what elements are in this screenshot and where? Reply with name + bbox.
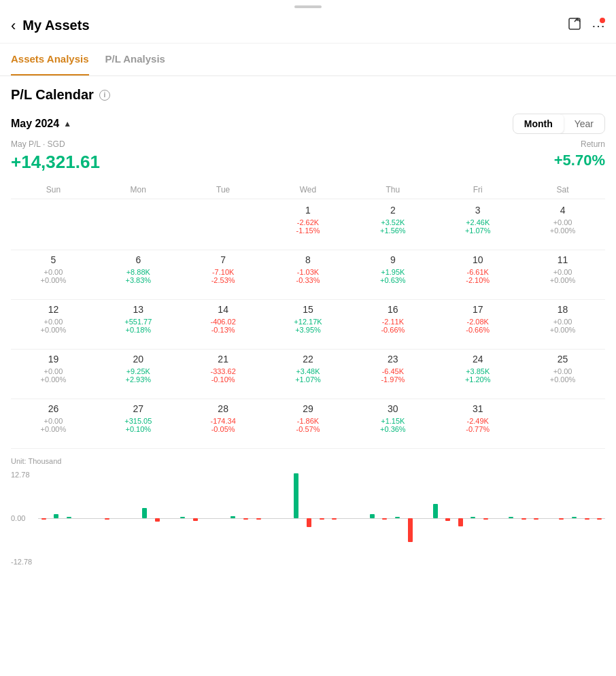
cal-pct: +3.83% bbox=[125, 276, 151, 284]
tab-pl-analysis[interactable]: P/L Analysis bbox=[105, 44, 165, 75]
cal-date: 7 bbox=[220, 254, 226, 265]
cal-pct: -0.77% bbox=[466, 425, 490, 433]
bar-pos bbox=[370, 514, 375, 518]
cal-cell-3-3[interactable]: 14-406.02-0.13% bbox=[181, 300, 266, 349]
cal-pnl: +0.00 bbox=[44, 318, 63, 326]
cal-cell-5-4[interactable]: 29-1.86K-0.57% bbox=[266, 399, 351, 448]
bar-neg bbox=[256, 518, 261, 520]
return-label: Return bbox=[554, 139, 605, 149]
bar-group-22 bbox=[303, 471, 315, 566]
cal-date: 9 bbox=[390, 254, 396, 265]
cal-pnl: -174.34 bbox=[210, 417, 235, 425]
cal-cell-1-7[interactable]: 4+0.00+0.00% bbox=[520, 201, 605, 250]
bar-group-33 bbox=[443, 471, 454, 566]
bar-neg bbox=[332, 518, 337, 520]
cal-date: 11 bbox=[558, 254, 568, 265]
bar-group-13 bbox=[190, 471, 201, 566]
bar-group-28 bbox=[379, 471, 391, 566]
cal-pct: -1.97% bbox=[381, 375, 405, 384]
cal-date: 15 bbox=[303, 304, 313, 315]
bar-pos bbox=[67, 517, 71, 518]
cal-pnl: +0.00 bbox=[553, 268, 572, 276]
bar-group-45 bbox=[594, 471, 605, 566]
cal-pct: +1.07% bbox=[295, 375, 321, 384]
cal-cell-2-5[interactable]: 9+1.95K+0.63% bbox=[350, 250, 435, 299]
cal-date: 26 bbox=[48, 403, 59, 414]
calendar-grid: Sun Mon Tue Wed Thu Fri Sat 1-2.62K-1.15… bbox=[11, 181, 605, 449]
bar-pos bbox=[230, 516, 235, 518]
cal-cell-2-3[interactable]: 7-7.10K-2.53% bbox=[181, 250, 266, 299]
cal-cell-4-1[interactable]: 19+0.00+0.00% bbox=[11, 350, 96, 399]
bar-group-16 bbox=[228, 471, 239, 566]
cal-date: 3 bbox=[475, 205, 481, 216]
bar-group-17 bbox=[240, 471, 252, 566]
cal-cell-4-5[interactable]: 23-6.45K-1.97% bbox=[350, 350, 435, 399]
cal-pnl: +315.05 bbox=[124, 417, 152, 425]
cal-pct: +0.00% bbox=[41, 326, 67, 334]
cal-cell-1-4[interactable]: 1-2.62K-1.15% bbox=[266, 201, 351, 250]
cal-date: 10 bbox=[473, 254, 483, 265]
cal-cell-4-2[interactable]: 20+9.25K+2.93% bbox=[96, 350, 181, 399]
bar-group-24 bbox=[328, 471, 340, 566]
cal-date: 13 bbox=[133, 304, 143, 315]
cal-cell-2-6[interactable]: 10-6.61K-2.10% bbox=[435, 250, 520, 299]
info-icon[interactable]: i bbox=[99, 90, 110, 101]
bar-group-23 bbox=[316, 471, 328, 566]
cal-cell-3-6[interactable]: 17-2.08K-0.66% bbox=[435, 300, 520, 349]
cal-cell-5-5[interactable]: 30+1.15K+0.36% bbox=[350, 399, 435, 448]
chart-y-axis: 12.78 0.00 -12.78 bbox=[11, 471, 38, 566]
cal-cell-3-2[interactable]: 13+551.77+0.18% bbox=[96, 300, 181, 349]
bar-group-10 bbox=[152, 471, 163, 566]
cal-date: 8 bbox=[305, 254, 311, 265]
cal-date: 4 bbox=[560, 205, 566, 216]
export-icon[interactable] bbox=[567, 16, 582, 35]
month-view-button[interactable]: Month bbox=[513, 114, 564, 133]
cal-pct: -0.10% bbox=[211, 375, 235, 384]
bar-pos bbox=[395, 517, 400, 518]
bar-group-7 bbox=[114, 471, 125, 566]
cal-cell-4-4[interactable]: 22+3.48K+1.07% bbox=[266, 350, 351, 399]
cal-cell-4-6[interactable]: 24+3.85K+1.20% bbox=[435, 350, 520, 399]
bar-neg bbox=[458, 518, 463, 526]
cal-cell-3-5[interactable]: 16-2.11K-0.66% bbox=[350, 300, 435, 349]
cal-cell-2-4[interactable]: 8-1.03K-0.33% bbox=[266, 250, 351, 299]
cal-pnl: -1.03K bbox=[297, 268, 319, 276]
cal-cell-5-3[interactable]: 28-174.34-0.05% bbox=[181, 399, 266, 448]
day-header-sun: Sun bbox=[11, 181, 96, 199]
bar-group-9 bbox=[139, 471, 151, 566]
cal-pnl: -406.02 bbox=[210, 318, 235, 326]
cal-date: 27 bbox=[133, 403, 143, 414]
cal-cell-3-7[interactable]: 18+0.00+0.00% bbox=[520, 300, 605, 349]
bar-group-40 bbox=[531, 471, 543, 566]
cal-cell-3-1[interactable]: 12+0.00+0.00% bbox=[11, 300, 96, 349]
cal-cell-3-4[interactable]: 15+12.17K+3.95% bbox=[266, 300, 351, 349]
cal-date: 24 bbox=[473, 354, 483, 365]
cal-cell-5-2[interactable]: 27+315.05+0.10% bbox=[96, 399, 181, 448]
cal-cell-5-6[interactable]: 31-2.49K-0.77% bbox=[435, 399, 520, 448]
cal-pct: -2.10% bbox=[466, 276, 490, 284]
bar-group-12 bbox=[177, 471, 188, 566]
cal-cell-4-7[interactable]: 25+0.00+0.00% bbox=[520, 350, 605, 399]
cal-cell-2-1[interactable]: 5+0.00+0.00% bbox=[11, 250, 96, 299]
cal-pnl: +0.00 bbox=[44, 417, 63, 425]
cal-cell-2-2[interactable]: 6+8.88K+3.83% bbox=[96, 250, 181, 299]
year-view-button[interactable]: Year bbox=[564, 114, 604, 133]
cal-cell-1-6[interactable]: 3+2.46K+1.07% bbox=[435, 201, 520, 250]
page-title: My Assets bbox=[22, 18, 567, 33]
bar-group-34 bbox=[455, 471, 466, 566]
cal-pct: +0.18% bbox=[125, 326, 151, 334]
cal-cell-5-1[interactable]: 26+0.00+0.00% bbox=[11, 399, 96, 448]
bar-neg bbox=[105, 518, 109, 520]
cal-pnl: -2.49K bbox=[467, 417, 489, 425]
tab-assets-analysis[interactable]: Assets Analysis bbox=[11, 44, 89, 75]
back-button[interactable]: ‹ bbox=[11, 18, 16, 33]
bar-group-15 bbox=[215, 471, 226, 566]
cal-cell-2-7[interactable]: 11+0.00+0.00% bbox=[520, 250, 605, 299]
cal-cell-4-3[interactable]: 21-333.62-0.10% bbox=[181, 350, 266, 399]
cal-date: 21 bbox=[218, 354, 228, 365]
pl-summary: May P/L · SGD +14,321.61 Return +5.70% bbox=[11, 139, 605, 173]
cal-cell-1-5[interactable]: 2+3.52K+1.56% bbox=[350, 201, 435, 250]
cal-pnl: +3.85K bbox=[466, 367, 490, 375]
cal-pnl: +0.00 bbox=[44, 268, 63, 276]
month-selector[interactable]: May 2024 ▲ bbox=[11, 118, 71, 130]
